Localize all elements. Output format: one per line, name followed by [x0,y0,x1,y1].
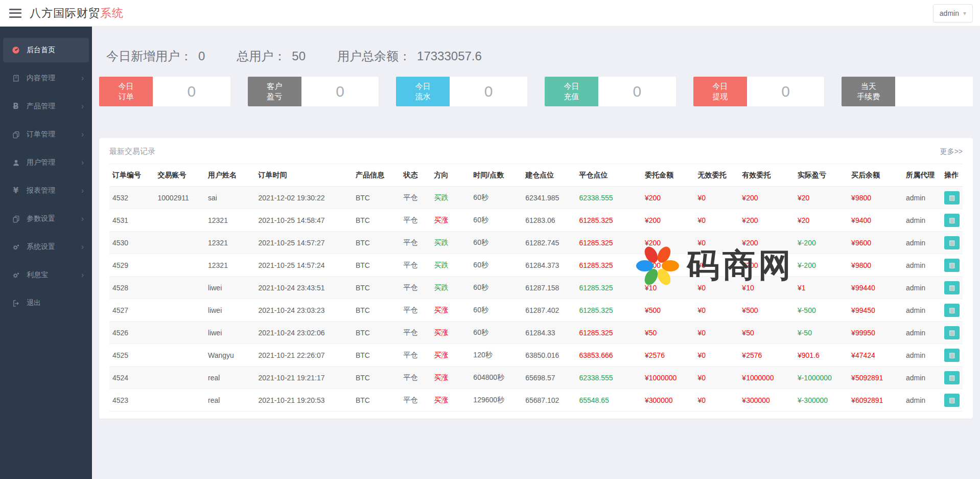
view-order-button[interactable]: ▤ [944,326,960,339]
sidebar-item-label: 用户管理 [27,158,55,167]
stat-cards-row: 今日订单0客户盈亏0今日流水0今日充值0今日提现0当天手续费 [99,77,973,106]
column-header: 用户姓名 [205,164,255,187]
cell-agent: admin [903,254,941,277]
more-link[interactable]: 更多>> [940,147,963,156]
cell-profit: ¥-300000 [795,389,848,412]
chevron-right-icon: › [81,158,84,167]
sidebar-item-lixibao[interactable]: 利息宝› [3,263,89,287]
card-label: 客户盈亏 [248,77,301,106]
cell-balance: ¥99950 [848,322,903,344]
cell-valid: ¥10 [739,277,795,299]
sidebar-item-label: 订单管理 [27,130,55,139]
view-order-button[interactable]: ▤ [944,394,960,407]
sidebar-item-system[interactable]: 系统设置› [3,235,89,259]
view-order-button[interactable]: ▤ [944,304,960,317]
cell-invalid: ¥0 [695,277,739,299]
sidebar-item-product[interactable]: Ƀ产品管理› [3,94,89,119]
cell-agent: admin [903,344,941,367]
column-header: 无效委托 [695,164,739,187]
cell-agent: admin [903,277,941,299]
cell-profit: ¥1 [795,277,848,299]
cell-invalid: ¥0 [695,322,739,344]
cell-account [155,389,205,412]
cell-status: 平仓 [400,187,431,209]
cell-open_point: 61283.06 [522,209,576,232]
cell-name: 12321 [205,209,255,232]
card-label: 今日订单 [99,77,153,106]
cell-name: 12321 [205,254,255,277]
sidebar-item-label: 产品管理 [27,102,55,111]
chevron-right-icon: › [81,102,84,111]
view-order-button[interactable]: ▤ [944,349,960,362]
sidebar-item-home[interactable]: 后台首页 [3,38,89,62]
cell-agent: admin [903,232,941,254]
cell-valid: ¥200 [739,209,795,232]
hamburger-icon[interactable] [9,9,21,18]
view-order-button[interactable]: ▤ [944,259,960,272]
cell-duration: 60秒 [470,187,522,209]
chevron-right-icon: › [81,74,84,83]
view-order-button[interactable]: ▤ [944,281,960,294]
view-order-button[interactable]: ▤ [944,236,960,249]
sidebar-item-params[interactable]: 参数设置› [3,207,89,231]
cell-balance: ¥6092891 [848,389,903,412]
admin-dashboard-page: 八方国际财贸系统 admin ▾ 后台首页内容管理›Ƀ产品管理›订单管理›用户管… [0,0,980,479]
cell-time: 2021-12-02 19:30:22 [255,187,353,209]
cell-profit: ¥-1000000 [795,367,848,389]
cell-open_point: 62341.985 [522,187,576,209]
cell-name: liwei [205,322,255,344]
cell-amount: ¥200 [642,209,695,232]
cell-order_no: 4528 [109,277,155,299]
view-order-button[interactable]: ▤ [944,214,960,227]
cell-order_no: 4525 [109,344,155,367]
cell-order_no: 4524 [109,367,155,389]
cell-account [155,322,205,344]
cell-time: 2021-10-24 23:02:06 [255,322,353,344]
cell-order_no: 4526 [109,322,155,344]
sidebar-item-logout[interactable]: 退出 [3,291,89,315]
copy-icon [11,131,20,139]
cell-time: 2021-10-21 19:21:17 [255,367,353,389]
sidebar-item-order[interactable]: 订单管理› [3,122,89,147]
cell-close_point: 62338.555 [576,367,642,389]
trades-panel: 最新交易记录 更多>> 订单编号交易账号用户姓名订单时间产品信息状态方向时间/点… [99,138,973,419]
cell-name: 12321 [205,232,255,254]
sidebar-item-label: 报表管理 [27,186,55,195]
card-value: 0 [747,77,825,106]
cell-action: ▤ [941,367,963,389]
cell-direction: 买涨 [431,367,471,389]
cell-profit: ¥-200 [795,254,848,277]
sidebar-item-report[interactable]: ¥报表管理› [3,178,89,203]
cell-balance: ¥47424 [848,344,903,367]
cell-name: real [205,367,255,389]
cell-action: ▤ [941,187,963,209]
stat-value: 0 [198,49,205,63]
card-label: 当天手续费 [842,77,895,106]
cell-action: ▤ [941,344,963,367]
table-row: 453210002911sai2021-12-02 19:30:22BTC平仓买… [109,187,963,209]
cell-balance: ¥99440 [848,277,903,299]
caret-down-icon: ▾ [963,10,966,17]
cell-status: 平仓 [400,389,431,412]
column-header: 订单时间 [255,164,353,187]
cell-direction: 买涨 [431,389,471,412]
chevron-right-icon: › [81,270,84,280]
gear-icon [11,271,20,279]
cell-valid: ¥200 [739,254,795,277]
cell-open_point: 65698.57 [522,367,576,389]
cell-product: BTC [353,277,401,299]
cell-valid: ¥500 [739,299,795,322]
user-dropdown[interactable]: admin ▾ [933,4,973,22]
column-header: 订单编号 [109,164,155,187]
cell-product: BTC [353,389,401,412]
cell-profit: ¥901.6 [795,344,848,367]
sidebar-item-user[interactable]: 用户管理› [3,150,89,175]
sidebar-item-content[interactable]: 内容管理› [3,66,89,90]
cell-account: 10002911 [155,187,205,209]
cell-name: liwei [205,277,255,299]
view-order-button[interactable]: ▤ [944,371,960,384]
view-order-button[interactable]: ▤ [944,191,960,204]
cell-close_point: 62338.555 [576,187,642,209]
cell-order_no: 4531 [109,209,155,232]
cell-open_point: 61284.373 [522,254,576,277]
